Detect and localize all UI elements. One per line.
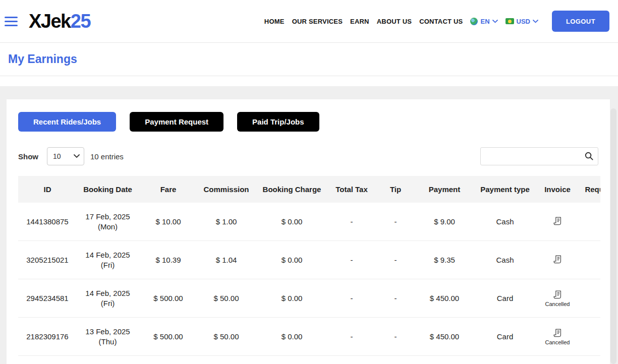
earnings-table: ID Booking Date Fare Commission Booking …	[18, 176, 600, 364]
invoice-icon[interactable]	[552, 216, 563, 227]
cell-total-tax: -	[329, 203, 374, 241]
cell-fare: $ 10.00	[139, 203, 198, 241]
cell-id: 3205215021	[18, 241, 77, 279]
nav-home[interactable]: HOME	[264, 18, 285, 25]
col-id: ID	[18, 176, 77, 203]
cell-invoice	[538, 203, 577, 241]
cell-payment: $ 450.00	[417, 318, 472, 356]
tab-payment-request[interactable]: Payment Request	[130, 112, 223, 132]
entries-count: 10 entries	[90, 152, 124, 161]
nav-contact-us[interactable]: CONTACT US	[419, 18, 463, 25]
logo[interactable]: XJek25	[29, 11, 90, 32]
tab-paid-trip-jobs[interactable]: Paid Trip/Jobs	[237, 112, 319, 132]
cell-booking-date: 17 Feb, 2025(Mon)	[77, 203, 139, 241]
col-payment-type: Payment type	[472, 176, 538, 203]
cell-booking-date: 13 Feb, 2025(Thu)	[77, 318, 139, 356]
nav-our-services[interactable]: OUR SERVICES	[292, 18, 343, 25]
col-booking-date: Booking Date	[77, 176, 139, 203]
cell-fare: $ 500.00	[139, 279, 198, 318]
cell-request-status	[577, 279, 600, 318]
invoice-icon[interactable]	[552, 328, 563, 339]
page-size-select[interactable]: 10	[47, 147, 84, 165]
logo-accent: 25	[71, 11, 90, 32]
page-size-wrap: 10	[47, 147, 84, 165]
chevron-down-icon	[492, 20, 498, 23]
nav-about-us[interactable]: ABOUT US	[377, 18, 412, 25]
col-total-tax: Total Tax	[329, 176, 374, 203]
table-row: 1441380875 17 Feb, 2025(Mon) $ 10.00 $ 1…	[18, 203, 600, 241]
table-header-row: ID Booking Date Fare Commission Booking …	[18, 176, 600, 203]
table-row: 2182309176 13 Feb, 2025(Thu) $ 500.00 $ …	[18, 318, 600, 356]
cell-id: 1441380875	[18, 203, 77, 241]
cell-payment: $ 9.35	[417, 241, 472, 279]
cell-payment-type: Cash	[472, 241, 538, 279]
cell-id: 2182309176	[18, 318, 77, 356]
cell-booking-charge: $ 0.00	[255, 318, 329, 356]
cell-request-status	[577, 318, 600, 356]
cell-invoice	[538, 241, 577, 279]
logout-button[interactable]: LOGOUT	[552, 11, 609, 32]
cell-fare: $ 500.00	[139, 318, 198, 356]
col-tip: Tip	[374, 176, 417, 203]
hamburger-menu-icon[interactable]	[5, 17, 18, 26]
cell-invoice: Cancelled	[538, 318, 577, 356]
cell-total-tax: -	[329, 318, 374, 356]
cell-id: 2945234581	[18, 279, 77, 318]
cell-booking-date: 14 Feb, 2025(Fri)	[77, 279, 139, 318]
page-title: My Earnings	[0, 42, 618, 66]
cell-commission: $ 1.04	[198, 241, 255, 279]
flag-icon	[505, 18, 514, 24]
cell-payment-type: Cash	[472, 203, 538, 241]
main-nav: HOME OUR SERVICES EARN ABOUT US CONTACT …	[264, 11, 618, 32]
col-booking-charge: Booking Charge	[255, 176, 329, 203]
invoice-icon[interactable]	[552, 254, 563, 265]
currency-label: USD	[517, 18, 530, 25]
table-controls: Show 10 10 entries	[7, 147, 610, 165]
search-input[interactable]	[481, 148, 598, 165]
invoice-icon[interactable]	[552, 289, 563, 300]
title-divider	[0, 76, 618, 76]
language-selector[interactable]: EN	[470, 18, 497, 25]
cell-commission: $ 1.00	[198, 203, 255, 241]
cell-tip: -	[374, 318, 417, 356]
cell-tip: -	[374, 203, 417, 241]
cell-fare: $ 10.39	[139, 241, 198, 279]
table-row-partial	[18, 356, 600, 364]
globe-icon	[470, 18, 478, 25]
cell-tip: -	[374, 279, 417, 318]
cell-booking-date: 14 Feb, 2025(Fri)	[77, 241, 139, 279]
invoice-status: Cancelled	[545, 339, 570, 345]
col-invoice: Invoice	[538, 176, 577, 203]
page-title-bar: My Earnings	[0, 42, 618, 86]
col-fare: Fare	[139, 176, 198, 203]
col-commission: Commission	[198, 176, 255, 203]
cell-invoice: Cancelled	[538, 279, 577, 318]
earnings-tabs: Recent Rides/Jobs Payment Request Paid T…	[7, 99, 610, 132]
table-row: 2945234581 14 Feb, 2025(Fri) $ 500.00 $ …	[18, 279, 600, 318]
language-label: EN	[480, 18, 489, 25]
col-payment: Payment	[417, 176, 472, 203]
search-icon[interactable]	[584, 151, 594, 161]
cell-booking-charge: $ 0.00	[255, 279, 329, 318]
cell-payment: $ 450.00	[417, 279, 472, 318]
logo-text: XJek	[29, 11, 71, 32]
cell-booking-charge: $ 0.00	[255, 241, 329, 279]
earnings-table-wrap: ID Booking Date Fare Commission Booking …	[18, 176, 600, 364]
cell-payment: $ 9.00	[417, 203, 472, 241]
invoice-status: Cancelled	[545, 301, 570, 307]
show-label: Show	[18, 152, 38, 161]
tab-recent-rides-jobs[interactable]: Recent Rides/Jobs	[18, 112, 116, 132]
top-bar: XJek25 HOME OUR SERVICES EARN ABOUT US C…	[0, 0, 618, 43]
cell-total-tax: -	[329, 279, 374, 318]
earnings-card: Recent Rides/Jobs Payment Request Paid T…	[7, 99, 610, 364]
chevron-down-icon	[533, 20, 538, 23]
cell-payment-type: Card	[472, 279, 538, 318]
col-request-status: Request Status	[577, 176, 600, 203]
cell-commission: $ 50.00	[198, 279, 255, 318]
vertical-scrollbar[interactable]	[610, 108, 616, 364]
search-box	[480, 147, 598, 165]
cell-request-status	[577, 203, 600, 241]
cell-tip: -	[374, 241, 417, 279]
currency-selector[interactable]: USD	[505, 18, 538, 25]
nav-earn[interactable]: EARN	[350, 18, 369, 25]
